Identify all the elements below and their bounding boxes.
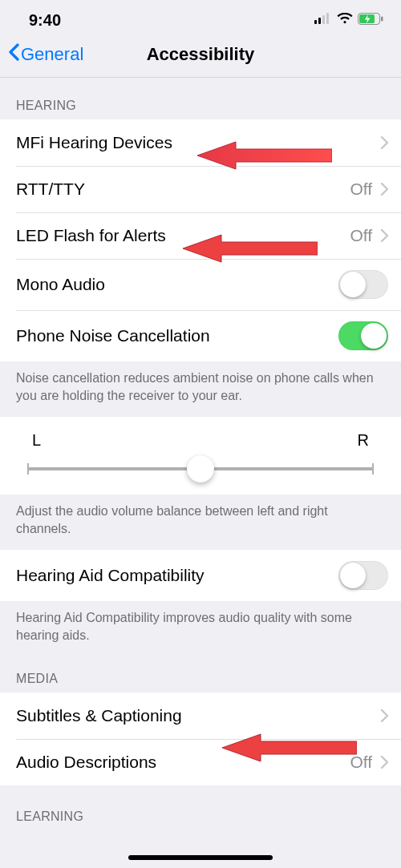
hac-group: Hearing Aid Compatibility [0, 550, 401, 601]
row-rtt-tty[interactable]: RTT/TTY Off [0, 166, 401, 212]
svg-rect-1 [318, 18, 321, 24]
svg-rect-6 [381, 16, 383, 21]
row-value: Off [350, 180, 372, 199]
chevron-left-icon [8, 43, 19, 66]
svg-rect-0 [314, 20, 317, 24]
chevron-right-icon [380, 136, 388, 149]
section-header-learning: LEARNING [0, 785, 401, 830]
chevron-right-icon [380, 709, 388, 722]
back-label: General [21, 44, 83, 65]
mono-audio-switch[interactable] [338, 270, 388, 299]
home-indicator [128, 855, 273, 860]
wifi-icon [337, 13, 353, 27]
status-bar: 9:40 [0, 0, 401, 32]
row-label: Mono Audio [16, 275, 105, 294]
row-label: LED Flash for Alerts [16, 226, 166, 245]
page-title: Accessibility [147, 44, 255, 65]
row-label: Hearing Aid Compatibility [16, 566, 205, 585]
row-mono-audio: Mono Audio [0, 259, 401, 310]
svg-rect-3 [326, 13, 329, 24]
hearing-aid-compatibility-switch[interactable] [338, 561, 388, 590]
row-audio-descriptions[interactable]: Audio Descriptions Off [0, 739, 401, 785]
slider-tick-left [27, 463, 29, 474]
row-label: RTT/TTY [16, 180, 85, 199]
row-value: Off [350, 226, 372, 245]
row-value: Off [350, 753, 372, 772]
nav-separator [0, 77, 401, 78]
row-phone-noise-cancellation: Phone Noise Cancellation [0, 310, 401, 361]
svg-rect-2 [322, 15, 325, 24]
signal-icon [314, 13, 332, 27]
row-led-flash-for-alerts[interactable]: LED Flash for Alerts Off [0, 212, 401, 259]
slider-left-label: L [32, 431, 41, 450]
status-icons [314, 13, 383, 28]
noise-cancellation-switch[interactable] [338, 321, 388, 350]
audio-balance-slider[interactable] [27, 467, 374, 470]
media-group: Subtitles & Captioning Audio Description… [0, 692, 401, 785]
slider-thumb[interactable] [187, 455, 214, 482]
section-header-media: MEDIA [0, 657, 401, 692]
hearing-group: MFi Hearing Devices RTT/TTY Off LED Flas… [0, 119, 401, 361]
slider-right-label: R [358, 431, 369, 450]
battery-icon [358, 13, 383, 28]
row-hearing-aid-compatibility: Hearing Aid Compatibility [0, 550, 401, 601]
back-button[interactable]: General [8, 43, 83, 66]
status-time: 9:40 [29, 11, 61, 30]
noise-cancellation-footer: Noise cancellation reduces ambient noise… [0, 361, 401, 417]
row-label: Audio Descriptions [16, 753, 156, 772]
hac-footer: Hearing Aid Compatibility improves audio… [0, 601, 401, 656]
section-header-hearing: HEARING [0, 78, 401, 119]
audio-balance-block: L R [0, 417, 401, 495]
nav-bar: General Accessibility [0, 32, 401, 77]
row-label: Phone Noise Cancellation [16, 326, 210, 345]
row-label: Subtitles & Captioning [16, 706, 182, 725]
balance-footer: Adjust the audio volume balance between … [0, 495, 401, 550]
slider-tick-right [372, 463, 374, 474]
chevron-right-icon [380, 756, 388, 769]
chevron-right-icon [380, 229, 388, 242]
chevron-right-icon [380, 183, 388, 196]
row-mfi-hearing-devices[interactable]: MFi Hearing Devices [0, 119, 401, 166]
row-subtitles-captioning[interactable]: Subtitles & Captioning [0, 692, 401, 739]
row-label: MFi Hearing Devices [16, 133, 172, 152]
